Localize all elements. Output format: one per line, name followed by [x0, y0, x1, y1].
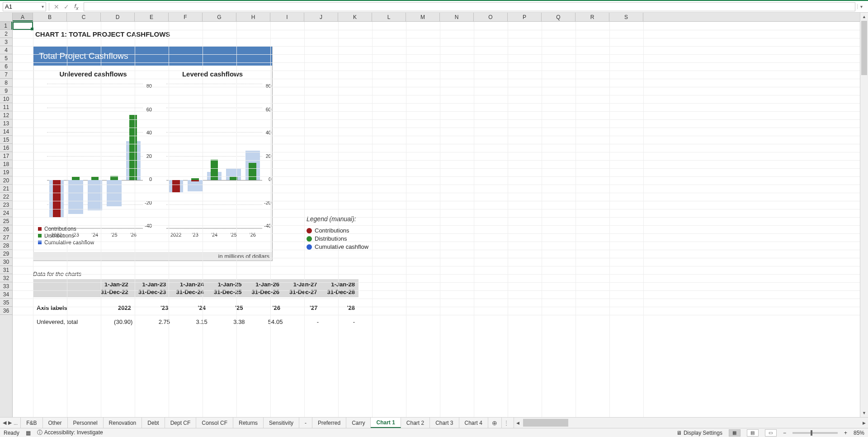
chevron-down-icon[interactable]: ▾ — [42, 4, 44, 9]
row-header[interactable]: 23 — [0, 201, 12, 209]
display-settings-button[interactable]: 🖥Display Settings — [676, 430, 722, 436]
zoom-level[interactable]: 85% — [854, 430, 864, 436]
row-header[interactable]: 2 — [0, 30, 12, 38]
row-header[interactable]: 30 — [0, 258, 12, 266]
sheet-tab[interactable]: Dept CF — [165, 418, 197, 428]
sheet-tab[interactable]: F&B — [21, 418, 42, 428]
macro-record-icon[interactable]: ▦ — [26, 430, 31, 436]
row-header[interactable]: 32 — [0, 274, 12, 282]
formula-input[interactable] — [84, 2, 855, 11]
column-header[interactable]: B — [33, 13, 67, 21]
select-all-corner[interactable] — [0, 13, 13, 21]
row-header[interactable]: 36 — [0, 307, 12, 315]
row-header[interactable]: 22 — [0, 193, 12, 201]
scroll-up-icon[interactable]: ▲ — [860, 13, 868, 21]
column-header[interactable]: N — [440, 13, 474, 21]
row-header[interactable]: 1 — [0, 22, 12, 30]
sheet-tab[interactable]: Chart 1 — [371, 418, 401, 428]
view-page-layout-button[interactable]: ▤ — [747, 429, 759, 437]
name-box-input[interactable] — [5, 3, 32, 10]
sheet-tab[interactable]: Renovation — [104, 418, 142, 428]
row-header[interactable]: 19 — [0, 168, 12, 176]
sheet-tab[interactable]: - — [299, 418, 312, 428]
column-header[interactable]: G — [203, 13, 236, 21]
row-header[interactable]: 4 — [0, 46, 12, 54]
row-header[interactable]: 21 — [0, 185, 12, 193]
row-header[interactable]: 33 — [0, 282, 12, 290]
row-header[interactable]: 9 — [0, 87, 12, 95]
view-page-break-button[interactable]: ▭ — [765, 429, 777, 437]
column-header[interactable]: P — [508, 13, 542, 21]
grid[interactable]: CHART 1: TOTAL PROJECT CASHFLOWS Total P… — [13, 22, 860, 417]
column-header[interactable]: H — [236, 13, 270, 21]
row-header[interactable]: 14 — [0, 128, 12, 136]
row-header[interactable]: 5 — [0, 54, 12, 62]
column-header[interactable]: S — [609, 13, 643, 21]
scroll-down-icon[interactable]: ▼ — [860, 409, 868, 417]
row-header[interactable]: 12 — [0, 111, 12, 119]
row-header[interactable]: 25 — [0, 217, 12, 225]
row-header[interactable]: 17 — [0, 152, 12, 160]
row-header[interactable]: 15 — [0, 136, 12, 144]
sheet-tab[interactable]: Returns — [233, 418, 264, 428]
row-header[interactable]: 13 — [0, 119, 12, 128]
sheet-tab[interactable]: Carry — [346, 418, 371, 428]
column-header[interactable]: L — [372, 13, 406, 21]
row-header[interactable]: 6 — [0, 62, 12, 71]
row-header[interactable]: 10 — [0, 95, 12, 103]
column-header[interactable]: E — [135, 13, 169, 21]
column-header[interactable]: I — [270, 13, 304, 21]
row-header[interactable]: 35 — [0, 299, 12, 307]
sheet-tab[interactable]: Sensitivity — [264, 418, 299, 428]
row-header[interactable]: 34 — [0, 290, 12, 299]
row-header[interactable]: 31 — [0, 266, 12, 274]
row-header[interactable]: 16 — [0, 144, 12, 152]
sheet-tab[interactable]: Chart 4 — [459, 418, 488, 428]
column-header[interactable]: K — [338, 13, 372, 21]
sheet-tab[interactable]: Other — [43, 418, 68, 428]
row-header[interactable]: 24 — [0, 209, 12, 217]
column-header[interactable]: Q — [542, 13, 576, 21]
scrollbar-thumb[interactable] — [523, 419, 568, 427]
zoom-slider-thumb[interactable] — [811, 430, 812, 436]
column-header[interactable]: R — [576, 13, 609, 21]
column-header[interactable]: C — [67, 13, 101, 21]
sheet-tab[interactable]: Chart 2 — [401, 418, 430, 428]
column-header[interactable]: A — [13, 13, 33, 21]
tab-nav-prev-icon[interactable]: ◀ — [3, 420, 6, 426]
sheet-tab[interactable]: Consol CF — [196, 418, 233, 428]
zoom-out-button[interactable]: − — [783, 430, 786, 436]
formula-expand-icon[interactable]: ▾ — [857, 4, 865, 9]
row-header[interactable]: 26 — [0, 225, 12, 233]
row-header[interactable]: 27 — [0, 233, 12, 242]
row-header[interactable]: 28 — [0, 242, 12, 250]
tab-split-grip[interactable]: ⋮ — [502, 418, 511, 428]
new-sheet-button[interactable]: ⊕ — [488, 418, 502, 428]
row-header[interactable]: 8 — [0, 79, 12, 87]
row-header[interactable]: 29 — [0, 250, 12, 258]
column-header[interactable]: M — [406, 13, 440, 21]
column-header[interactable]: F — [169, 13, 203, 21]
zoom-slider[interactable] — [793, 432, 838, 434]
sheet-tab[interactable]: Personnel — [68, 418, 104, 428]
fx-icon[interactable]: fx — [72, 3, 81, 11]
name-box[interactable]: ▾ — [3, 2, 46, 11]
accessibility-status[interactable]: ⓘAccessibility: Investigate — [37, 429, 103, 437]
column-header[interactable]: J — [304, 13, 338, 21]
column-header[interactable]: O — [474, 13, 508, 21]
horizontal-scrollbar[interactable]: ◀ ▶ — [514, 418, 868, 428]
sheet-tab[interactable]: Preferred — [312, 418, 346, 428]
tab-nav-next-icon[interactable]: ▶ — [8, 420, 12, 426]
row-header[interactable]: 3 — [0, 38, 12, 46]
sheet-tab[interactable]: Debt — [142, 418, 165, 428]
scroll-right-icon[interactable]: ▶ — [860, 418, 868, 428]
scrollbar-thumb[interactable] — [861, 21, 867, 75]
zoom-in-button[interactable]: + — [844, 430, 847, 436]
row-header[interactable]: 11 — [0, 103, 12, 111]
row-header[interactable]: 7 — [0, 71, 12, 79]
row-header[interactable]: 20 — [0, 176, 12, 185]
column-header[interactable]: D — [101, 13, 135, 21]
tab-nav-ellipsis[interactable]: ... — [14, 420, 18, 426]
vertical-scrollbar[interactable]: ▲ ▼ — [860, 13, 868, 417]
sheet-tab[interactable]: Chart 3 — [430, 418, 459, 428]
